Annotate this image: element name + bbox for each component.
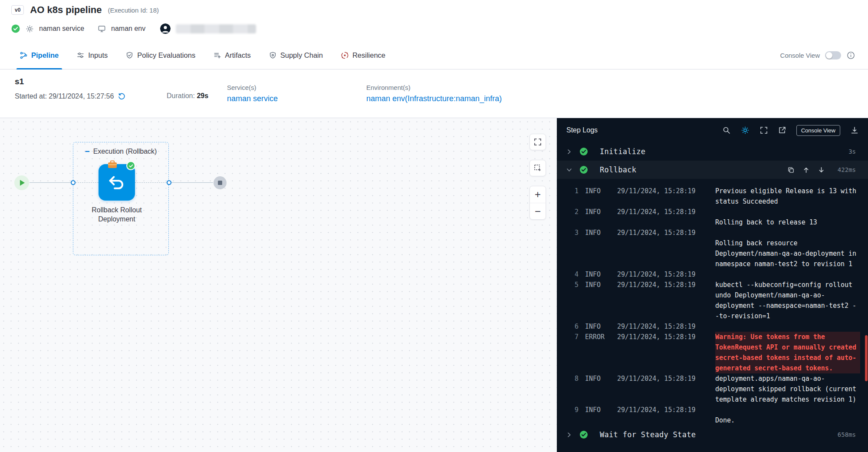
section-duration: 658ms xyxy=(833,431,856,438)
settings-icon[interactable] xyxy=(741,126,750,135)
environment-icon xyxy=(97,24,106,33)
section-name: Rollback xyxy=(600,165,636,174)
page: v0 AO k8s pipeline (Execution Id: 18) na… xyxy=(0,0,868,452)
zoom-out-button[interactable]: − xyxy=(530,203,546,219)
log-message-line xyxy=(715,228,860,238)
log-message-line: Rolling back resource xyxy=(715,238,860,248)
header-meta-row: naman service naman env xyxy=(11,23,256,34)
log-timestamp: 29/11/2024, 15:28:19 xyxy=(617,269,715,280)
redacted-user-text xyxy=(176,24,256,33)
tab-inputs[interactable]: Inputs xyxy=(70,41,115,69)
log-section-initialize[interactable]: Initialize 3s xyxy=(557,142,868,161)
section-name: Wait for Steady State xyxy=(600,430,696,439)
log-line-number: 3 xyxy=(567,228,579,238)
console-view-toggle[interactable] xyxy=(825,51,841,59)
tab-artifacts[interactable]: Artifacts xyxy=(207,41,258,69)
end-node[interactable] xyxy=(213,176,227,190)
log-section-rollback[interactable]: Rollback 422ms xyxy=(557,161,868,179)
log-message-line: status Succeeded xyxy=(715,196,860,207)
log-line-number: 8 xyxy=(567,373,579,384)
tab-pipeline[interactable]: Pipeline xyxy=(13,41,66,69)
log-section-wait-for-steady-state[interactable]: Wait for Steady State 658ms xyxy=(557,426,868,444)
log-line-number: 2 xyxy=(567,207,579,217)
log-message: deployment.apps/naman-qa-ao-deployment s… xyxy=(715,373,868,405)
services-label: Service(s) xyxy=(227,84,278,91)
log-message-line: deployment.apps/naman-qa-ao- xyxy=(715,373,860,384)
service-link[interactable]: naman service xyxy=(227,94,278,103)
log-message-line: -to-revision=1 xyxy=(715,311,860,321)
tab-label: Pipeline xyxy=(31,51,59,59)
zoom-in-button[interactable]: + xyxy=(530,186,546,203)
tab-resilience[interactable]: Resilience xyxy=(334,41,392,69)
edge-start xyxy=(30,182,71,183)
artifacts-icon xyxy=(214,52,221,59)
log-message-line: Done. xyxy=(715,415,860,426)
log-message-line: Warning: Use tokens from the xyxy=(715,332,860,342)
log-message-line: deployment skipped rollback (current xyxy=(715,384,860,394)
fit-to-screen-button[interactable] xyxy=(529,134,546,150)
execution-group-label: Execution (Rollback) xyxy=(93,148,157,155)
scroll-up-icon[interactable] xyxy=(803,167,809,173)
download-icon[interactable] xyxy=(851,126,858,134)
tab-label: Policy Evaluations xyxy=(137,51,195,59)
scroll-down-icon[interactable] xyxy=(818,167,825,173)
log-line-number: 9 xyxy=(567,405,579,415)
step-node-label: Rollback Rollout Deployment xyxy=(78,205,156,224)
fullscreen-icon[interactable] xyxy=(760,126,768,134)
step-success-icon xyxy=(126,161,135,170)
log-message-line xyxy=(715,321,860,332)
tab-policy-evaluations[interactable]: Policy Evaluations xyxy=(119,41,202,69)
log-message-line: secret-based tokens instead of auto- xyxy=(715,353,860,363)
log-message: kubectl --kubeconfig=config rolloutundo … xyxy=(715,280,868,321)
log-message-line: Deployment/naman-qa-ao-deployment in xyxy=(715,248,860,259)
execution-id: (Execution Id: 18) xyxy=(108,7,159,14)
services-column: Service(s) naman service xyxy=(227,84,278,103)
log-timestamp: 29/11/2024, 15:28:19 xyxy=(617,280,715,290)
copy-icon[interactable] xyxy=(788,167,794,173)
chevron-right-icon[interactable] xyxy=(566,149,572,155)
inputs-icon xyxy=(77,52,84,59)
history-icon[interactable] xyxy=(117,92,126,101)
chevron-right-icon[interactable] xyxy=(566,432,572,438)
pipeline-icon xyxy=(20,52,27,59)
console-view-button[interactable]: Console View xyxy=(796,125,840,136)
log-level: INFO xyxy=(585,405,617,415)
info-icon[interactable] xyxy=(846,51,855,59)
console-view-label: Console View xyxy=(780,52,820,59)
collapse-group-icon[interactable]: − xyxy=(85,148,90,155)
environment-link[interactable]: naman env(Infrastructure:naman_infra) xyxy=(366,94,502,103)
log-panel-title: Step Logs xyxy=(566,126,598,134)
log-header-icons: Console View xyxy=(723,125,858,136)
tab-label: Supply Chain xyxy=(280,51,323,59)
log-level: INFO xyxy=(585,321,617,332)
log-message xyxy=(715,269,868,280)
step-logs-panel: Step Logs Console View xyxy=(557,118,868,452)
start-node[interactable] xyxy=(14,175,30,191)
log-entry: 6 INFO 29/11/2024, 15:28:19 xyxy=(557,321,868,332)
log-line-number: 6 xyxy=(567,321,579,332)
stage-started-label: Started at: 29/11/2024, 15:27:56 xyxy=(15,92,114,100)
log-entry: 4 INFO 29/11/2024, 15:28:19 xyxy=(557,269,868,280)
execution-group-header: − Execution (Rollback) xyxy=(73,148,169,155)
stage-info-bar: s1 Started at: 29/11/2024, 15:27:56 Dura… xyxy=(0,69,868,118)
chevron-down-icon[interactable] xyxy=(566,167,572,173)
log-message: Warning: Use tokens from theTokenRequest… xyxy=(715,332,868,373)
marquee-select-button[interactable] xyxy=(529,160,546,176)
duration-label: Duration: xyxy=(167,92,195,99)
log-entry: 1 INFO 29/11/2024, 15:28:19 Previous eli… xyxy=(557,186,868,207)
log-message-line: Rolling back to release 13 xyxy=(715,217,860,228)
open-in-new-icon[interactable] xyxy=(778,126,786,134)
log-message: Rolling back resourceDeployment/naman-qa… xyxy=(715,228,868,269)
tab-supply-chain[interactable]: Supply Chain xyxy=(262,41,330,69)
section-duration: 3s xyxy=(833,148,856,155)
log-message-line: template already matches revision 1) xyxy=(715,394,860,405)
log-line-number: 1 xyxy=(567,186,579,196)
tabbar-right: Console View xyxy=(780,41,868,69)
tab-label: Resilience xyxy=(352,51,385,59)
log-timestamp: 29/11/2024, 15:28:19 xyxy=(617,186,715,196)
log-level: ERROR xyxy=(585,332,617,342)
search-icon[interactable] xyxy=(723,126,730,134)
log-timestamp: 29/11/2024, 15:28:19 xyxy=(617,321,715,332)
log-message: Done. xyxy=(715,405,868,426)
log-entry: 2 INFO 29/11/2024, 15:28:19 Rolling back… xyxy=(557,207,868,228)
